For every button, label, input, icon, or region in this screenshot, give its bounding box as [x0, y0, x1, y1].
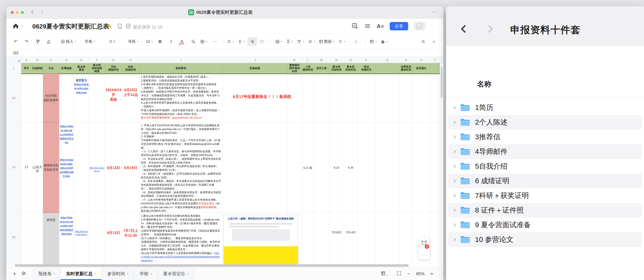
vertical-scrollbar[interactable] [441, 66, 443, 98]
folder-row-7[interactable]: 7科研＋获奖证明 [448, 188, 642, 203]
header-cell-8[interactable]: 结束 投递时间 [122, 63, 139, 73]
star-favorite-icon[interactable]: ★ [106, 22, 112, 30]
folder-icon[interactable] [460, 133, 470, 141]
header-cell-15[interactable]: 夏令营 结束时间 [344, 63, 357, 73]
fullscreen-icon[interactable] [396, 271, 402, 277]
column-letter-C[interactable]: C [43, 57, 59, 63]
fill-color-button[interactable] [188, 37, 198, 46]
column-letter-D[interactable]: D [59, 57, 74, 63]
cell-name-box[interactable]: I22 [6, 49, 38, 57]
cell-notice-link-rowA[interactable]: 被更新为 https://xlybm-sdu.yjszsfw.com [74, 78, 89, 94]
folder-row-3[interactable]: 3推荐信 [448, 130, 642, 144]
column-letter-E[interactable]: E [74, 57, 89, 63]
column-letter-T[interactable]: T [430, 57, 440, 63]
widget-more-icon[interactable] [419, 253, 430, 258]
copy-doc-icon[interactable] [117, 23, 123, 29]
cell-end-rowC[interactable]: 7月7日上 午12:00 [122, 229, 139, 238]
disclosure-chevron-icon[interactable] [452, 193, 457, 198]
formula-input[interactable] [38, 49, 444, 57]
folder-icon[interactable] [460, 235, 470, 244]
close-window-button[interactable] [11, 11, 14, 14]
cell-major-rowA[interactable]: 经济学院 国际贸易学 [43, 74, 59, 122]
cell-link3-rowB[interactable]: https://bm.sdu.edu.cn [89, 167, 104, 172]
decimal-adjust-button[interactable]: .0 [107, 37, 117, 46]
table-style-button[interactable] [274, 37, 284, 46]
font-size-select[interactable]: 12 [144, 37, 154, 46]
folder-icon[interactable] [460, 221, 470, 229]
header-cell-5[interactable]: 夏令营 通知 [74, 63, 89, 73]
column-letter-L[interactable]: L [302, 57, 314, 63]
folder-row-5[interactable]: 5自我介绍 [448, 159, 642, 174]
column-letter-P[interactable]: P [358, 57, 376, 63]
search-icon[interactable] [418, 37, 428, 46]
chart-button[interactable] [379, 37, 389, 46]
sort-button[interactable] [307, 37, 316, 46]
header-cell-11[interactable]: 最晚通过 网申通知 时间 [288, 63, 302, 73]
undo-icon[interactable]: ↶ [11, 37, 20, 46]
filter-button[interactable] [296, 37, 306, 46]
cell-o-date-rowC[interactable]: 7月14日 [344, 231, 358, 234]
format-painter-icon[interactable] [33, 37, 42, 46]
column-letter-I[interactable]: I [139, 57, 223, 63]
cell-school-rowB[interactable]: 山东大学 [32, 165, 43, 173]
cell-admit-time-rowB[interactable]: 6.21 面 [302, 166, 314, 170]
vertical-align-button[interactable] [236, 37, 246, 46]
header-cell-17[interactable] [376, 63, 399, 73]
column-letter-O[interactable]: O [344, 57, 358, 63]
horizontal-align-button[interactable] [226, 37, 235, 46]
folder-row-10[interactable]: 10 参营论文 [448, 232, 642, 247]
header-cell-13[interactable]: 是否入营 [314, 63, 329, 73]
cell-major-rowC[interactable]: 商学院 [43, 213, 59, 265]
header-cell-2[interactable]: 目标院校 [32, 63, 42, 73]
column-letter-K[interactable]: K [287, 57, 302, 63]
image-preview-icon[interactable] [414, 21, 425, 31]
task-add-icon[interactable] [352, 23, 359, 30]
data-validation-button[interactable] [337, 37, 346, 46]
cell-major-rowB[interactable]: 威海前沿院 空间经济学 [43, 122, 59, 213]
disclosure-chevron-icon[interactable] [452, 149, 457, 154]
cell-materials-rowC[interactable]: 1.通过山东大学研究生招生信息网全程报名系统报名 2.申请材料整合为一个PDF文… [141, 214, 221, 263]
cell-link2-rowB[interactable]: https://xqyjy.wh.sdu.edu.cn/info/1005/14… [60, 158, 73, 178]
folder-row-6[interactable]: 6 成绩证明 [448, 174, 642, 188]
freeze-panes-button[interactable] [368, 37, 378, 46]
header-cell-19[interactable]: 是否通过 [413, 63, 430, 73]
add-sheet-button[interactable]: + [11, 270, 18, 277]
column-letter-R[interactable]: R [399, 57, 413, 63]
insert-button[interactable]: 插入 [59, 37, 77, 46]
header-cell-18[interactable]: 优秀营员 通知时间 [400, 63, 412, 73]
bold-button[interactable]: B [155, 37, 165, 46]
column-letter-J[interactable]: J [223, 57, 288, 63]
folder-icon[interactable] [460, 206, 470, 215]
forward-icon[interactable] [40, 9, 46, 15]
folder-row-2[interactable]: 2个人陈述 [448, 115, 642, 130]
name-column-header[interactable]: 名称 [477, 79, 492, 89]
redo-icon[interactable]: ↷ [22, 37, 32, 46]
cell-remark-rowA[interactable]: 6月17号应重新报名！！！新系统 [232, 94, 292, 99]
cell-link1-rowB[interactable]: https://www.sdu.edu.cn/info/1029/5176.ht… [60, 124, 73, 145]
cell-end-rowA[interactable]: 6月23日 上午12点 [122, 88, 139, 97]
folder-icon[interactable] [460, 177, 470, 185]
folder-row-4[interactable]: 4导师邮件 [448, 144, 642, 159]
column-letter-M[interactable]: M [314, 57, 329, 63]
italic-button[interactable]: I [166, 37, 176, 46]
column-letter-B[interactable]: B [32, 57, 43, 63]
back-icon[interactable] [30, 9, 36, 15]
clear-format-icon[interactable] [44, 37, 53, 46]
sheet-tab-4[interactable]: 学校 [134, 268, 158, 280]
header-cell-14[interactable]: 夏令营 开始时间 [329, 63, 344, 73]
cell-link1-rowC[interactable]: http://www.econ.sdu.edu.cn/info/1005/102… [60, 216, 73, 236]
disclosure-chevron-icon[interactable] [452, 208, 457, 213]
data-button[interactable]: 数据 [318, 37, 336, 46]
header-cell-6[interactable]: 夏令营 系统填报 链接 [89, 63, 104, 73]
folder-row-8[interactable]: 8 证件＋证件照 [448, 203, 642, 218]
minimize-window-button[interactable] [16, 11, 19, 14]
collapse-toolbar-icon[interactable] [429, 37, 439, 46]
disclosure-chevron-icon[interactable] [452, 105, 457, 110]
disclosure-chevron-icon[interactable] [452, 237, 457, 242]
column-letter-G[interactable]: G [105, 57, 122, 63]
finder-forward-icon[interactable] [486, 24, 495, 34]
select-all-corner[interactable] [6, 57, 21, 63]
cell-n-date-rowC[interactable]: 7月19日 [329, 231, 344, 234]
titlebar-more-icon[interactable] [432, 9, 438, 15]
menu-icon[interactable] [364, 23, 371, 30]
